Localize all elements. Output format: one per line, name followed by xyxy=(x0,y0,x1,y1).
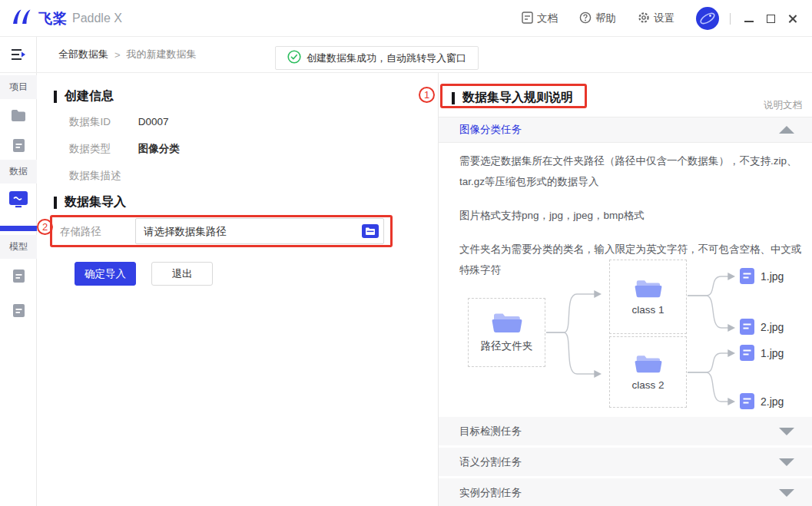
folder-icon xyxy=(635,354,662,374)
document-icon xyxy=(522,12,533,26)
nav-settings-label: 设置 xyxy=(654,12,674,25)
sidebar-active-indicator xyxy=(0,226,37,231)
minimize-icon xyxy=(744,21,754,22)
folder-icon xyxy=(635,279,662,299)
breadcrumb-separator: > xyxy=(114,49,121,61)
window-maximize-button[interactable] xyxy=(760,8,781,29)
logo-text-en: Paddle X xyxy=(72,12,122,25)
window-minimize-button[interactable] xyxy=(738,8,760,29)
nav-docs[interactable]: 文档 xyxy=(522,12,558,26)
accordion-label: 语义分割任务 xyxy=(459,455,522,469)
sidebar-item-model-doc-2[interactable] xyxy=(0,303,37,318)
root-folder-label: 路径文件夹 xyxy=(481,339,533,353)
field-value: D0007 xyxy=(138,116,169,127)
chevron-down-icon xyxy=(779,489,794,497)
breadcrumb-current: 我的新建数据集 xyxy=(127,48,197,61)
confirm-import-button[interactable]: 确定导入 xyxy=(75,262,136,286)
sidebar-item-project-doc[interactable] xyxy=(0,138,37,153)
logo-text-cn: 飞桨 xyxy=(38,9,68,28)
accordion-semantic-segmentation[interactable]: 语义分割任务 xyxy=(439,448,812,476)
create-info-title: 创建信息 xyxy=(54,88,114,104)
paddle-pp-mark-icon xyxy=(11,8,34,29)
maximize-icon xyxy=(767,15,775,23)
window-controls-divider xyxy=(730,13,731,25)
app-header: 飞桨 Paddle X 文档 帮助 设置 xyxy=(0,0,812,37)
sidebar-section-project: 项目 xyxy=(0,75,37,99)
toast-message: 创建数据集成功，自动跳转导入窗口 xyxy=(307,51,466,65)
section-bar-icon xyxy=(54,91,57,103)
accordion-object-detection[interactable]: 目标检测任务 xyxy=(439,417,812,445)
field-label: 数据集描述 xyxy=(69,169,135,183)
image-file-icon xyxy=(740,393,754,409)
rule-paragraph: 图片格式支持png，jpg，jpeg，bmp格式 xyxy=(459,205,809,226)
create-panel: 创建信息 数据集ID D0007 数据类型 图像分类 数据集描述 数据集导入 存… xyxy=(37,73,438,506)
field-value: 图像分类 xyxy=(138,143,180,154)
nav-help-label: 帮助 xyxy=(595,12,616,25)
nav-docs-label: 文档 xyxy=(537,12,558,25)
document-icon xyxy=(12,138,25,153)
dataset-monitor-icon xyxy=(8,190,28,209)
sidebar-item-dataset-active[interactable] xyxy=(0,190,37,209)
storage-path-input[interactable] xyxy=(135,218,384,244)
window-close-button[interactable] xyxy=(781,8,803,29)
exit-button[interactable]: 退出 xyxy=(151,262,213,286)
dataset-import-title: 数据集导入 xyxy=(54,194,126,210)
field-data-type: 数据类型 图像分类 xyxy=(69,142,180,156)
document-icon xyxy=(12,303,25,318)
paddlex-logo: 飞桨 Paddle X xyxy=(0,8,122,29)
folder-structure-diagram: 路径文件夹 class 1 class 2 1.jpg 2.jpg 1.jpg … xyxy=(439,257,812,408)
sidebar-section-data: 数据 xyxy=(0,160,37,184)
class1-folder-box: class 1 xyxy=(609,260,687,334)
folder-icon xyxy=(11,109,26,122)
nav-settings[interactable]: 设置 xyxy=(638,12,674,26)
gear-icon xyxy=(638,12,650,26)
close-icon xyxy=(787,14,797,24)
file-item: 1.jpg xyxy=(740,268,784,284)
field-dataset-id: 数据集ID D0007 xyxy=(69,115,169,129)
class2-label: class 2 xyxy=(631,379,664,391)
nav-help[interactable]: 帮助 xyxy=(579,12,616,26)
image-file-icon xyxy=(740,268,754,284)
section-bar-icon xyxy=(54,197,57,209)
rules-panel-title: 数据集导入规则说明 xyxy=(452,90,573,106)
file-label: 2.jpg xyxy=(761,395,784,408)
sidebar-collapse-button[interactable] xyxy=(0,37,37,73)
rule-paragraph: 需要选定数据集所在文件夹路径（路径中仅含一个数据集），不支持.zip、tar.g… xyxy=(459,150,809,192)
import-rules-panel: 数据集导入规则说明 说明文档 图像分类任务 需要选定数据集所在文件夹路径（路径中… xyxy=(438,73,812,506)
field-dataset-desc: 数据集描述 xyxy=(69,169,135,183)
file-label: 1.jpg xyxy=(761,270,784,283)
root-folder-box: 路径文件夹 xyxy=(468,298,545,367)
left-sidebar: 项目 数据 模型 xyxy=(0,37,37,506)
breadcrumb-bar: 全部数据集 > 我的新建数据集 创建数据集成功，自动跳转导入窗口 xyxy=(37,37,812,73)
document-icon xyxy=(12,269,25,283)
doc-link[interactable]: 说明文档 xyxy=(764,99,802,112)
breadcrumb-all-datasets[interactable]: 全部数据集 xyxy=(58,48,108,61)
field-label: 数据类型 xyxy=(69,142,135,156)
chevron-down-icon xyxy=(779,428,794,435)
image-file-icon xyxy=(740,345,754,361)
file-item: 1.jpg xyxy=(740,345,784,361)
folder-icon xyxy=(492,312,522,334)
accordion-instance-segmentation[interactable]: 实例分割任务 xyxy=(439,478,812,506)
image-file-icon xyxy=(740,319,754,335)
storage-path-field xyxy=(135,218,384,244)
class2-folder-box: class 2 xyxy=(609,336,687,408)
hamburger-collapse-icon xyxy=(11,48,26,61)
success-toast: 创建数据集成功，自动跳转导入窗口 xyxy=(275,46,479,70)
file-item: 2.jpg xyxy=(740,319,784,335)
browse-folder-button[interactable] xyxy=(362,224,379,238)
blue-folder-icon xyxy=(362,224,379,238)
sidebar-item-project-folder[interactable] xyxy=(0,109,37,122)
sidebar-item-model-doc-1[interactable] xyxy=(0,269,37,283)
class1-label: class 1 xyxy=(631,304,664,316)
success-check-icon xyxy=(287,50,301,66)
user-avatar[interactable] xyxy=(696,7,719,30)
chevron-up-icon xyxy=(779,126,794,134)
storage-path-label: 存储路径 xyxy=(60,225,101,239)
accordion-label: 图像分类任务 xyxy=(459,123,522,137)
section-bar-icon xyxy=(452,92,455,104)
accordion-label: 实例分割任务 xyxy=(459,486,522,500)
field-label: 数据集ID xyxy=(69,115,135,129)
accordion-image-classification[interactable]: 图像分类任务 xyxy=(439,117,812,143)
file-item: 2.jpg xyxy=(740,393,784,409)
